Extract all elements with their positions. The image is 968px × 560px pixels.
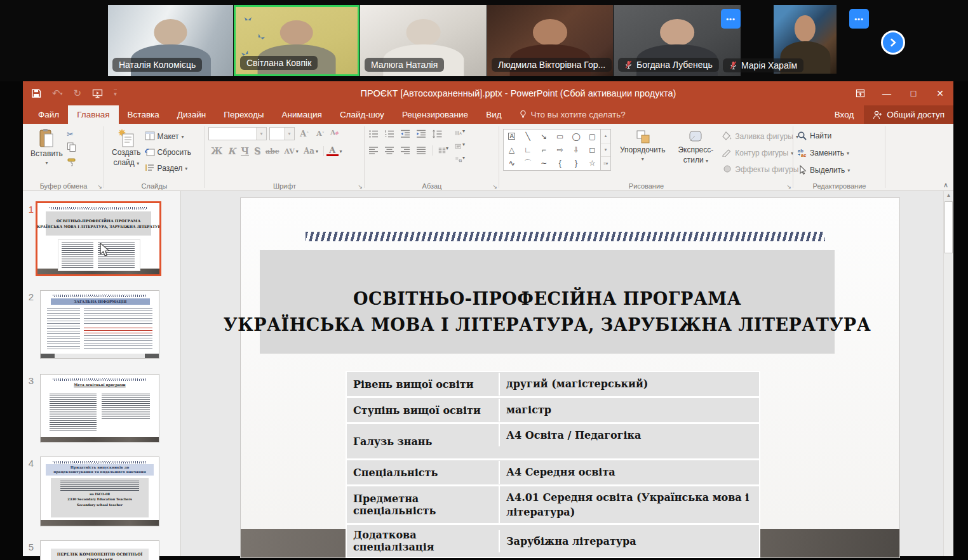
shape-glyph[interactable]: } — [575, 159, 577, 167]
drawing-dialog-launcher[interactable]: ↘ — [786, 183, 791, 190]
slide-thumbnail-4[interactable]: Придатність випускників до працевлаштува… — [40, 457, 159, 526]
slide-thumbnail-1-selected[interactable]: ОСВІТНЬО-ПРОФЕСІЙНА ПРОГРАМА УКРАЇНСЬКА … — [36, 201, 161, 276]
columns-icon[interactable]: ▾ — [438, 145, 448, 156]
participant-video[interactable]: Наталія Коломієць — [108, 5, 233, 76]
arrange-button[interactable]: Упорядочить▾ — [616, 127, 669, 180]
slide-title-box[interactable]: ОСВІТНЬО-ПРОФЕСІЙНА ПРОГРАМА УКРАЇНСЬКА … — [260, 250, 835, 354]
new-slide-button[interactable]: Создать слайд ▾ — [108, 127, 145, 180]
tell-me-box[interactable]: Что вы хотите сделать? — [511, 105, 635, 124]
tab-animations[interactable]: Анимация — [273, 105, 331, 124]
font-name-combo[interactable]: ▾ — [208, 127, 267, 140]
change-case-button[interactable]: Aa▾ — [301, 147, 321, 156]
layout-button[interactable]: Макет▾ — [145, 130, 191, 143]
strikethrough-button[interactable]: abc — [263, 147, 282, 156]
vertical-scrollbar[interactable]: ▲ — [943, 191, 953, 556]
text-direction-icon[interactable]: A▾ — [455, 128, 465, 138]
ribbon-display-options-button[interactable] — [847, 81, 873, 105]
scrollbar-thumb[interactable] — [944, 201, 953, 253]
line-spacing-icon[interactable] — [432, 129, 442, 139]
shape-glyph[interactable]: ◯ — [572, 133, 580, 140]
clear-formatting-icon[interactable]: А — [330, 128, 339, 140]
shape-glyph[interactable]: ∼ — [541, 159, 547, 167]
tab-review[interactable]: Рецензирование — [393, 105, 477, 124]
cut-icon[interactable]: ✂ — [67, 130, 76, 139]
tab-design[interactable]: Дизайн — [168, 105, 215, 124]
save-icon[interactable] — [31, 88, 41, 98]
share-button[interactable]: Общий доступ — [864, 105, 953, 124]
paste-button[interactable]: Вставить▾ — [27, 127, 67, 180]
font-color-caret[interactable]: ▾ — [340, 149, 342, 154]
participant-more-menu-button[interactable]: ••• — [849, 9, 869, 29]
shape-glyph[interactable]: ∟ — [524, 146, 532, 154]
slide-thumbnail-2[interactable]: ЗАГАЛЬНА ІНФОРМАЦІЯ — [40, 290, 159, 359]
shape-glyph[interactable]: ▭ — [556, 133, 563, 140]
shape-glyph[interactable]: ⇨ — [557, 146, 563, 154]
find-button[interactable]: Найти — [797, 129, 882, 143]
character-spacing-button[interactable]: AV▾ — [282, 147, 301, 156]
clipboard-dialog-launcher[interactable]: ↘ — [97, 183, 102, 190]
shape-glyph[interactable]: ◻ — [589, 146, 595, 154]
shapes-scroll-down-icon[interactable]: ▾ — [601, 143, 610, 157]
customize-qat-icon[interactable]: ▾ — [114, 90, 117, 97]
align-left-icon[interactable] — [368, 145, 379, 156]
font-dialog-launcher[interactable]: ↘ — [358, 183, 363, 190]
text-shadow-button[interactable]: S — [252, 146, 263, 156]
numbering-icon[interactable] — [384, 129, 394, 139]
shape-glyph[interactable]: ∿ — [509, 159, 515, 167]
close-button[interactable]: ✕ — [927, 81, 953, 105]
convert-to-smartart-icon[interactable]: ▾ — [455, 155, 465, 165]
shape-glyph[interactable]: ⌒ — [524, 159, 532, 167]
shapes-gallery-scrollbar[interactable]: ▴ ▾ ≡▾ — [601, 129, 611, 171]
replace-button[interactable]: abac Заменить▾ — [797, 146, 882, 160]
shape-glyph[interactable]: ⇩ — [573, 146, 579, 154]
shape-glyph[interactable]: ╲ — [525, 133, 530, 140]
format-painter-icon[interactable] — [67, 157, 76, 170]
select-button[interactable]: Выделить▾ — [797, 163, 882, 177]
shape-glyph[interactable]: ▢ — [589, 133, 596, 140]
shapes-gallery[interactable]: A╲↘▭◯▢△∟⌐⇨⇩◻∿⌒∼{}☆ — [503, 129, 601, 171]
decrease-indent-icon[interactable] — [400, 129, 410, 139]
collapse-ribbon-icon[interactable]: ∧ — [943, 181, 948, 189]
slide-thumbnail-5[interactable]: ПЕРЕЛІК КОМПОНЕНТІВ ОСВІТНЬОЇ ПРОГРАМИ — [40, 540, 159, 560]
slide-thumbnail-3[interactable]: Мета освітньої програми — [40, 374, 159, 443]
quick-styles-button[interactable]: Экспресс- стили ▾ — [674, 127, 717, 180]
slide-thumbnail-panel[interactable]: 1 ОСВІТНЬО-ПРОФЕСІЙНА ПРОГРАМА УКРАЇНСЬК… — [23, 191, 181, 556]
section-button[interactable]: Раздел▾ — [145, 161, 191, 175]
align-text-icon[interactable]: ▾ — [455, 142, 465, 152]
shapes-more-icon[interactable]: ≡▾ — [601, 157, 610, 170]
shape-glyph[interactable]: ⌐ — [542, 146, 546, 154]
copy-icon[interactable] — [67, 142, 76, 154]
paragraph-dialog-launcher[interactable]: ↘ — [492, 183, 497, 190]
font-size-combo[interactable]: ▾ — [269, 127, 295, 140]
italic-button[interactable]: К — [225, 146, 238, 156]
grow-font-button[interactable]: Аˆ — [297, 129, 311, 138]
bold-button[interactable]: Ж — [208, 146, 225, 156]
redo-icon[interactable]: ↻ — [74, 88, 82, 99]
minimize-button[interactable]: — — [873, 81, 900, 105]
shape-glyph[interactable]: △ — [509, 146, 514, 154]
align-center-icon[interactable] — [384, 145, 394, 156]
tab-file[interactable]: Файл — [29, 105, 68, 124]
undo-icon[interactable]: ↶▾ — [52, 88, 63, 99]
shapes-scroll-up-icon[interactable]: ▴ — [601, 130, 610, 143]
slide-table[interactable]: Рівень вищої освіти другий (магістерськи… — [346, 371, 760, 558]
participant-video[interactable]: Малюга Наталія — [360, 5, 487, 76]
shape-outline-button[interactable]: Контур фигуры▾ — [722, 146, 803, 160]
tab-transitions[interactable]: Переходы — [215, 105, 272, 124]
tab-view[interactable]: Вид — [477, 105, 510, 124]
shape-glyph[interactable]: A — [508, 133, 515, 140]
shape-glyph[interactable]: { — [559, 159, 561, 167]
start-slideshow-icon[interactable] — [92, 88, 103, 98]
bullets-icon[interactable] — [368, 129, 379, 139]
shape-glyph[interactable]: ↘ — [541, 133, 547, 140]
scroll-up-icon[interactable]: ▲ — [944, 192, 953, 198]
shrink-font-button[interactable]: Аˇ — [314, 130, 326, 138]
participant-video[interactable]: Людмила Вікторівна Гор... — [487, 5, 613, 76]
font-color-button[interactable]: А — [326, 146, 339, 156]
sign-in-button[interactable]: Вход — [824, 105, 864, 124]
tab-insert[interactable]: Вставка — [119, 105, 168, 124]
shape-effects-button[interactable]: Эффекты фигуры▾ — [722, 163, 803, 177]
shape-fill-button[interactable]: Заливка фигуры▾ — [722, 130, 803, 143]
maximize-button[interactable]: □ — [900, 81, 927, 105]
align-right-icon[interactable] — [400, 145, 410, 156]
